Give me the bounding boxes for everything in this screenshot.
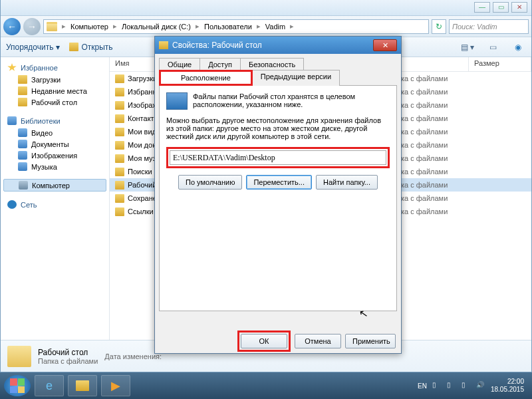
file-name: Загрузки: [128, 74, 157, 82]
organize-menu[interactable]: Упорядочить ▾: [6, 43, 60, 52]
view-options-button[interactable]: ▤ ▾: [460, 41, 475, 54]
system-tray[interactable]: EN ▯ ▯ ▯ 🔊 22:00 18.05.2015: [418, 378, 528, 394]
tray-action-center-icon[interactable]: ▯: [447, 381, 456, 390]
details-title: Рабочий стол: [38, 348, 98, 357]
apply-button[interactable]: Применить: [345, 334, 396, 348]
dialog-title: Свойства: Рабочий стол: [172, 41, 262, 50]
favorites-header[interactable]: Избранное: [1, 61, 109, 74]
tab-content: Файлы папки Рабочий стол хранятся в целе…: [159, 85, 397, 311]
col-size[interactable]: Размер: [469, 57, 531, 71]
folder-icon: [18, 98, 27, 106]
folder-icon: [115, 114, 124, 123]
folder-icon: [76, 380, 89, 391]
taskbar-explorer[interactable]: [68, 375, 97, 396]
nav-row: ← → ▸ Компьютер ▸ Локальный диск (C:) ▸ …: [1, 16, 531, 37]
minimize-button[interactable]: —: [474, 2, 490, 13]
help-button[interactable]: ◉: [510, 41, 526, 54]
open-button[interactable]: Открыть: [69, 43, 112, 52]
taskbar-mediaplayer[interactable]: ▶: [101, 375, 130, 396]
folder-icon: [115, 88, 124, 96]
taskbar-ie[interactable]: e: [35, 375, 64, 396]
sidebar-item-desktop[interactable]: Рабочий стол: [1, 96, 109, 108]
folder-icon: [159, 41, 168, 49]
navigation-pane: Избранное Загрузки Недавние места Рабочи…: [1, 57, 110, 340]
cancel-button[interactable]: Отмена: [295, 334, 341, 348]
back-button[interactable]: ←: [3, 18, 21, 35]
sidebar-item-music[interactable]: Музыка: [1, 161, 109, 172]
libraries-header[interactable]: Библиотеки: [1, 114, 109, 127]
taskbar: e ▶ EN ▯ ▯ ▯ 🔊 22:00 18.05.2015: [0, 372, 532, 399]
details-date-label: Дата изменения:: [104, 352, 162, 360]
folder-icon: [115, 141, 124, 150]
folder-icon: [115, 168, 124, 176]
breadcrumb[interactable]: Пользователи: [204, 23, 252, 31]
clock[interactable]: 22:00 18.05.2015: [491, 378, 524, 394]
folder-icon: [18, 86, 27, 95]
folder-icon: [115, 181, 124, 190]
tab-security[interactable]: Безопасность: [240, 58, 304, 70]
breadcrumb[interactable]: Vadim: [265, 23, 285, 31]
breadcrumb[interactable]: Локальный диск (C:): [122, 23, 191, 31]
move-button[interactable]: Переместить...: [246, 175, 312, 190]
folder-icon: [115, 101, 124, 110]
search-input[interactable]: Поиск: Vadim: [449, 19, 529, 34]
tab-previous-versions[interactable]: Предыдущие версии: [252, 70, 340, 86]
library-icon: [7, 116, 17, 125]
restore-default-button[interactable]: По умолчанию: [178, 175, 242, 190]
tray-network-icon[interactable]: ▯: [462, 381, 471, 390]
close-button[interactable]: ✕: [511, 2, 527, 13]
file-name: Ссылки: [128, 207, 154, 215]
sidebar-item-recent[interactable]: Недавние места: [1, 85, 109, 96]
address-bar[interactable]: ▸ Компьютер ▸ Локальный диск (C:) ▸ Поль…: [43, 19, 429, 34]
forward-button[interactable]: →: [23, 18, 41, 35]
tab-general[interactable]: Общие: [159, 58, 200, 70]
maximize-button[interactable]: ▭: [493, 2, 509, 13]
folder-icon: [115, 194, 124, 203]
find-target-button[interactable]: Найти папку...: [316, 175, 378, 190]
folder-icon: [115, 74, 124, 83]
sidebar-item-computer[interactable]: Компьютер: [3, 179, 106, 192]
start-button[interactable]: [4, 375, 31, 396]
documents-icon: [18, 140, 27, 148]
folder-icon: [18, 75, 27, 84]
computer-icon: [19, 181, 28, 190]
folder-icon: [69, 43, 78, 51]
sidebar-item-documents[interactable]: Документы: [1, 138, 109, 150]
sidebar-item-downloads[interactable]: Загрузки: [1, 74, 109, 85]
properties-dialog: Свойства: Рабочий стол ✕ Общие Доступ Бе…: [154, 36, 402, 354]
ok-button[interactable]: ОК: [241, 334, 287, 348]
dialog-titlebar[interactable]: Свойства: Рабочий стол ✕: [155, 37, 401, 54]
pictures-icon: [18, 151, 27, 160]
location-description-2: Можно выбрать другое местоположение для …: [166, 116, 390, 140]
network-icon: [7, 200, 17, 209]
tray-flag-icon[interactable]: ▯: [432, 381, 442, 390]
sidebar-item-pictures[interactable]: Изображения: [1, 150, 109, 161]
tab-location[interactable]: Расположение: [159, 70, 253, 86]
location-path-input[interactable]: [170, 150, 386, 165]
location-description-1: Файлы папки Рабочий стол хранятся в целе…: [193, 92, 390, 110]
monitor-icon: [166, 92, 188, 110]
sidebar-item-video[interactable]: Видео: [1, 127, 109, 138]
details-type: Папка с файлами: [38, 357, 98, 365]
tab-sharing[interactable]: Доступ: [200, 58, 241, 70]
dialog-close-button[interactable]: ✕: [373, 39, 397, 51]
folder-icon: [115, 207, 124, 216]
tray-volume-icon[interactable]: 🔊: [476, 381, 485, 390]
music-icon: [18, 162, 27, 171]
folder-icon: [115, 128, 124, 136]
folder-icon: [115, 154, 124, 163]
star-icon: [7, 63, 17, 72]
preview-pane-button[interactable]: ▭: [485, 41, 501, 54]
language-indicator[interactable]: EN: [418, 382, 427, 390]
titlebar[interactable]: — ▭ ✕: [1, 0, 531, 16]
file-name: Поиски: [128, 168, 152, 176]
folder-icon: [47, 22, 57, 31]
folder-icon: [7, 346, 31, 367]
refresh-button[interactable]: ↻: [432, 19, 446, 34]
sidebar-item-network[interactable]: Сеть: [1, 198, 109, 211]
breadcrumb[interactable]: Компьютер: [70, 23, 108, 31]
video-icon: [18, 128, 27, 137]
